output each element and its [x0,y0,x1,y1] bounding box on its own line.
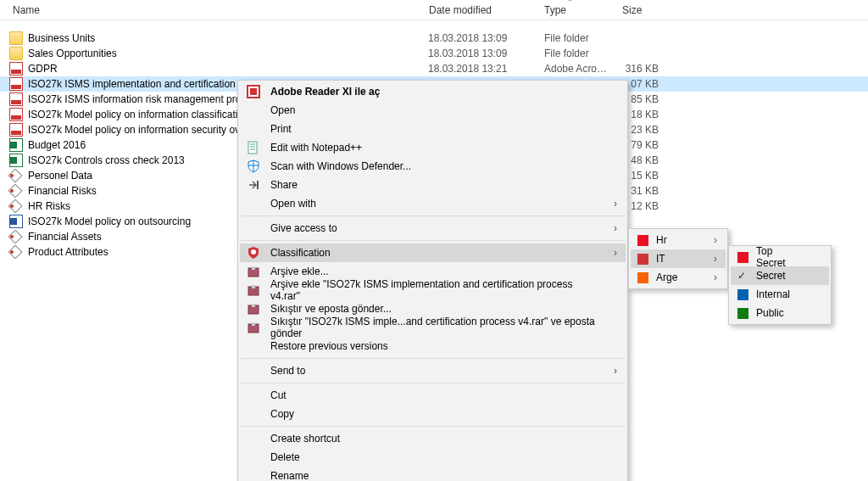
menu-separator [241,358,625,359]
svg-rect-4 [257,181,259,189]
file-date: 18.03.2018 13:09 [415,32,531,44]
svg-rect-9 [252,285,255,288]
menu-label: Rename [270,470,309,481]
it-secret[interactable]: ✓Secret [731,266,829,285]
svg-rect-3 [248,142,257,154]
column-label: Size [622,4,642,16]
menu-label: Share [270,179,298,191]
pdf-icon [9,77,23,91]
menu-label: Copy [270,408,294,420]
winrar-icon [247,302,260,316]
column-header-size[interactable]: Size [609,0,664,20]
column-header-date[interactable]: Date modified [415,0,531,20]
menu-compress-named-email[interactable]: Sıkıştır "ISO27k ISMS imple...and certif… [240,318,626,337]
color-swatch-icon [637,235,648,246]
tag-icon [9,169,23,182]
menu-restore-previous[interactable]: Restore previous versions [240,337,626,355]
menu-open[interactable]: Open [240,101,626,120]
file-name: Financial Assets [28,231,102,243]
it-topsecret[interactable]: Top Secret [731,248,829,266]
column-header-row: Name Date modified Type⌃ Size [0,0,868,20]
submenu-arrow-icon: › [714,271,717,283]
menu-classification[interactable]: Classification› [240,243,626,262]
file-row[interactable]: Sales Opportunities18.03.2018 13:09File … [0,46,868,61]
column-header-name[interactable]: Name [0,0,415,20]
menu-label: Arşive ekle... [270,266,329,277]
it-public[interactable]: Public [731,304,829,322]
menu-label: Internal [756,288,790,300]
classification-hr[interactable]: Hr› [631,231,726,249]
menu-label: Cut [270,389,287,401]
winrar-icon [247,283,260,297]
tag-icon [9,230,23,243]
menu-cut[interactable]: Cut [240,386,626,405]
menu-label: Adobe Reader XI ile aç [270,86,380,98]
file-row[interactable]: Business Units18.03.2018 13:09File folde… [0,31,868,46]
menu-print[interactable]: Print [240,120,626,138]
menu-open-with[interactable]: Open with› [240,194,626,213]
classification-icon [247,246,260,260]
menu-archive-named[interactable]: Arşive ekle "ISO27k ISMS implementation … [240,281,626,299]
menu-give-access-to[interactable]: Give access to› [240,219,626,238]
submenu-arrow-icon: › [614,222,617,234]
color-swatch-icon [737,289,748,300]
pdf-icon [9,62,23,76]
classification-it[interactable]: IT› [631,249,726,268]
file-type: Adobe Acrobat D... [531,63,609,75]
menu-label: Open with [270,198,316,210]
svg-rect-13 [252,322,255,326]
tag-icon [9,184,23,198]
menu-label: Give access to [270,222,337,234]
winrar-icon [247,265,260,278]
file-name: Budget 2016 [28,139,86,151]
submenu-arrow-icon: › [614,198,617,210]
menu-edit-notepadpp[interactable]: Edit with Notepad++ [240,138,626,157]
menu-separator [241,215,625,216]
adobe-reader-icon [247,85,260,98]
file-date: 18.03.2018 13:09 [415,48,531,59]
menu-label: Send to [270,365,305,377]
context-menu: Adobe Reader XI ile aç Open Print Edit w… [237,80,628,481]
menu-label: Create shortcut [270,433,340,445]
file-name: Business Units [28,32,95,44]
file-date: 18.03.2018 13:21 [415,63,531,75]
column-header-type[interactable]: Type⌃ [531,0,609,20]
menu-label: Delete [270,451,300,463]
menu-label: Restore previous versions [270,340,388,352]
file-name: GDPR [28,63,58,75]
color-swatch-icon [637,272,648,283]
menu-delete[interactable]: Delete [240,448,626,467]
submenu-arrow-icon: › [714,253,717,265]
classification-arge[interactable]: Arge› [631,268,726,287]
file-name: HR Risks [28,200,70,212]
menu-label: Arge [656,271,677,283]
menu-share[interactable]: Share [240,176,626,194]
menu-scan-defender[interactable]: Scan with Windows Defender... [240,157,626,176]
menu-rename[interactable]: Rename [240,467,626,481]
svg-rect-11 [252,304,255,307]
menu-open-default[interactable]: Adobe Reader XI ile aç [240,82,626,101]
color-swatch-icon [637,254,648,265]
svg-rect-2 [250,88,257,95]
file-name: Personel Data [28,170,92,182]
file-name: Financial Risks [28,185,97,197]
svg-rect-7 [252,266,255,270]
menu-create-shortcut[interactable]: Create shortcut [240,429,626,448]
menu-send-to[interactable]: Send to› [240,361,626,380]
submenu-arrow-icon: › [614,365,617,377]
file-type: File folder [531,48,609,59]
it-internal[interactable]: Internal [731,285,829,304]
pdf-icon [9,123,23,137]
menu-label: Classification [270,247,331,259]
tag-icon [9,245,23,259]
file-name: Sales Opportunities [28,48,117,59]
menu-label: Edit with Notepad++ [270,142,362,154]
submenu-arrow-icon: › [614,247,617,259]
menu-label: Open [270,104,295,116]
menu-copy[interactable]: Copy [240,405,626,423]
file-name: ISO27k Model policy on information class… [28,109,249,120]
file-row[interactable]: GDPR18.03.2018 13:21Adobe Acrobat D...31… [0,61,868,76]
menu-separator [241,426,625,427]
file-name: ISO27k Model policy on information secur… [28,124,259,136]
menu-label: Secret [756,270,786,282]
